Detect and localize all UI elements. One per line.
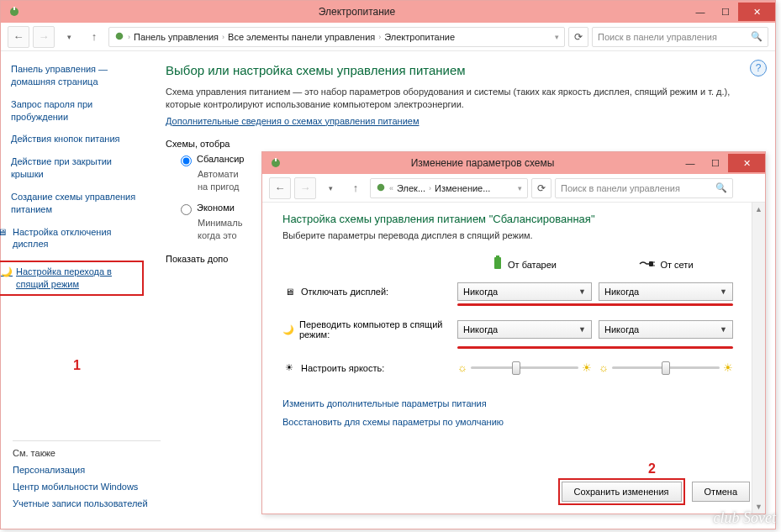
dropdown-sleep-ac[interactable]: Никогда▼ <box>599 320 733 339</box>
search-placeholder: Поиск в панели управления <box>598 32 717 42</box>
forward-button[interactable]: → <box>33 26 55 48</box>
annotation-highlight-2: Сохранить изменения <box>558 478 685 505</box>
sidebar-sleep-settings[interactable]: 🌙 Настройка перехода в спящий режим <box>1 266 139 291</box>
close-button[interactable]: ✕ <box>728 154 765 172</box>
minimize-button[interactable]: — <box>678 154 703 172</box>
monitor-icon: 🖥 <box>282 287 296 297</box>
scroll-up-arrow[interactable]: ▲ <box>752 203 765 216</box>
sidebar-create-scheme[interactable]: Создание схемы управления питанием <box>11 191 139 216</box>
see-also-accounts[interactable]: Учетные записи пользователей <box>13 498 161 508</box>
breadcrumb-seg[interactable]: Панель управления <box>134 32 219 42</box>
dropdown-display-ac[interactable]: Никогда▼ <box>599 282 733 301</box>
back-button[interactable]: ← <box>8 26 29 48</box>
cancel-button[interactable]: Отмена <box>692 482 750 502</box>
breadcrumb-main[interactable]: › Панель управления › Все элементы панел… <box>108 27 565 47</box>
breadcrumb-seg[interactable]: Все элементы панели управления <box>228 32 375 42</box>
chevron-down-icon: ▼ <box>720 287 727 296</box>
forward-button[interactable]: → <box>294 177 316 199</box>
sidebar-display-off[interactable]: 🖥 Настройка отключения дисплея <box>0 226 139 251</box>
column-ac: От сети <box>599 254 733 276</box>
dropdown-sleep-battery[interactable]: Никогда▼ <box>457 320 592 339</box>
vertical-scrollbar[interactable]: ▲ ▼ <box>752 203 765 514</box>
page-description: Схема управления питанием — это набор па… <box>166 86 758 112</box>
search-input[interactable]: Поиск в панели управления 🔍 <box>592 27 768 47</box>
maximize-button[interactable]: ☐ <box>703 154 728 172</box>
see-also-personalization[interactable]: Персонализация <box>13 465 161 475</box>
svg-rect-8 <box>649 261 653 266</box>
breadcrumb-seg[interactable]: Элек... <box>397 183 425 193</box>
slider-brightness-ac[interactable]: ☼ ☀ <box>599 358 733 378</box>
sun-dim-icon: ☼ <box>599 361 609 374</box>
up-button[interactable]: ↑ <box>83 26 105 48</box>
search-input-edit[interactable]: Поиск в панели управления 🔍 <box>555 178 733 198</box>
monitor-icon: 🖥 <box>0 226 9 239</box>
radio-balanced-label: Сбалансир <box>197 154 244 164</box>
scroll-down-arrow[interactable]: ▼ <box>752 500 765 514</box>
window-title-edit: Изменение параметров схемы <box>288 157 678 169</box>
annotation-number-2: 2 <box>648 461 656 477</box>
chevron-down-icon: ▼ <box>720 325 727 334</box>
page-heading: Выбор или настройка схемы управления пит… <box>166 63 758 77</box>
row-sleep: 🌙 Переводить компьютер в спящий режим: <box>282 311 451 348</box>
row-brightness: ☀ Настроить яркость: <box>282 354 451 382</box>
svg-rect-1 <box>13 7 15 10</box>
back-button[interactable]: ← <box>269 177 291 199</box>
dropdown-display-battery[interactable]: Никогда▼ <box>457 282 592 301</box>
annotation-number-1: 1 <box>73 358 81 373</box>
sidebar-password[interactable]: Запрос пароля при пробуждении <box>11 98 139 124</box>
sidebar-home[interactable]: Панель управления — домашняя страница <box>11 63 139 88</box>
sun-dim-icon: ☼ <box>457 361 467 374</box>
annotation-underline <box>457 303 733 306</box>
see-also-header: См. также <box>13 448 161 458</box>
link-advanced-settings[interactable]: Изменить дополнительные параметры питани… <box>282 398 745 408</box>
maximize-button[interactable]: ☐ <box>713 3 738 21</box>
radio-economy[interactable] <box>181 204 192 215</box>
sidebar-lid-close[interactable]: Действие при закрытии крышки <box>11 155 139 181</box>
window-title: Электропитание <box>26 6 688 18</box>
sun-bright-icon: ☀ <box>582 361 592 374</box>
annotation-underline <box>457 346 733 349</box>
navbar-main: ← → ▾ ↑ › Панель управления › Все элемен… <box>1 23 775 51</box>
titlebar-main[interactable]: Электропитание — ☐ ✕ <box>1 1 775 23</box>
breadcrumb-edit[interactable]: « Элек... › Изменение... ▾ <box>370 178 528 198</box>
svg-rect-4 <box>275 158 277 161</box>
up-button[interactable]: ↑ <box>345 177 367 199</box>
brightness-icon: ☀ <box>282 362 296 373</box>
more-info-link[interactable]: Дополнительные сведения о схемах управле… <box>166 116 420 126</box>
see-also-mobility[interactable]: Центр мобильности Windows <box>13 482 161 492</box>
close-button[interactable]: ✕ <box>738 3 775 21</box>
sidebar-see-also: См. также Персонализация Центр мобильнос… <box>13 440 161 515</box>
breadcrumb-seg[interactable]: Изменение... <box>435 183 490 193</box>
recent-dropdown[interactable]: ▾ <box>58 26 80 48</box>
button-bar: Сохранить изменения Отмена <box>558 478 750 505</box>
refresh-button[interactable]: ⟳ <box>568 27 588 47</box>
row-display-off: 🖥 Отключать дисплей: <box>282 278 451 305</box>
chevron-down-icon: ▼ <box>578 287 586 296</box>
window-edit-plan: Изменение параметров схемы — ☐ ✕ ← → ▾ ↑… <box>261 151 766 514</box>
svg-rect-6 <box>494 257 501 269</box>
save-button[interactable]: Сохранить изменения <box>562 482 682 502</box>
slider-brightness-battery[interactable]: ☼ ☀ <box>457 358 592 378</box>
search-icon: 🔍 <box>751 31 763 42</box>
minimize-button[interactable]: — <box>688 3 713 21</box>
settings-grid: От батареи От сети 🖥 Отключать дисплей: … <box>282 250 745 382</box>
titlebar-edit[interactable]: Изменение параметров схемы — ☐ ✕ <box>262 152 765 174</box>
link-restore-defaults[interactable]: Восстановить для схемы параметры по умол… <box>282 417 745 427</box>
breadcrumb-seg[interactable]: Электропитание <box>384 32 455 42</box>
app-icon <box>269 156 282 170</box>
sidebar-power-buttons[interactable]: Действия кнопок питания <box>11 133 139 145</box>
moon-icon: 🌙 <box>1 266 13 278</box>
breadcrumb-icon <box>114 31 124 43</box>
schemes-label: Схемы, отобра <box>166 139 758 149</box>
svg-point-5 <box>377 183 385 191</box>
edit-subheading: Выберите параметры перевода дисплея в сп… <box>282 230 745 240</box>
plug-icon <box>638 259 655 271</box>
recent-dropdown[interactable]: ▾ <box>319 177 341 199</box>
refresh-button[interactable]: ⟳ <box>531 178 551 198</box>
moon-icon: 🌙 <box>282 324 294 335</box>
navbar-edit: ← → ▾ ↑ « Элек... › Изменение... ▾ ⟳ Пои… <box>262 174 765 203</box>
battery-icon <box>493 255 503 273</box>
breadcrumb-icon <box>376 182 386 194</box>
radio-balanced[interactable] <box>181 155 192 166</box>
edit-content: Настройка схемы управления питанием "Сба… <box>262 203 765 514</box>
